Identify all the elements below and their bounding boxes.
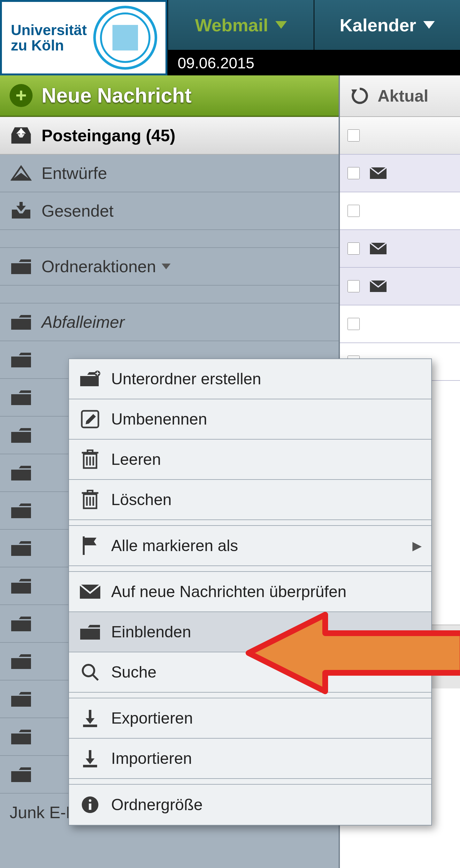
new-folder-icon <box>79 369 101 389</box>
org-seal-icon <box>93 6 157 70</box>
folder-icon <box>9 576 33 595</box>
folder-inbox[interactable]: Posteingang (45) <box>0 117 339 155</box>
svg-rect-43 <box>89 803 91 810</box>
sent-icon <box>9 201 33 220</box>
svg-rect-19 <box>11 583 31 594</box>
message-row[interactable] <box>340 268 460 305</box>
svg-rect-13 <box>11 356 31 367</box>
svg-marker-44 <box>248 615 460 691</box>
submenu-arrow-icon: ▶ <box>412 539 422 553</box>
folder-actions[interactable]: Ordneraktionen <box>0 248 339 286</box>
org-name-line2: zu Köln <box>11 37 64 54</box>
folder-drafts-label: Entwürfe <box>41 163 107 183</box>
ctx-show-label: Einblenden <box>111 623 191 641</box>
folder-icon <box>9 388 33 407</box>
message-header-row <box>340 117 460 155</box>
svg-marker-3 <box>275 21 287 29</box>
flag-icon <box>79 535 101 556</box>
svg-rect-21 <box>11 658 31 669</box>
dropdown-icon <box>275 21 287 29</box>
ctx-delete[interactable]: Löschen <box>69 480 431 520</box>
ctx-mark-all-label: Alle markieren als <box>111 536 238 555</box>
ctx-create-subfolder[interactable]: Unterordner erstellen <box>69 359 431 399</box>
ctx-import[interactable]: Importieren <box>69 739 431 779</box>
annotation-arrow-icon <box>242 610 460 696</box>
folder-sent[interactable]: Gesendet <box>0 192 339 230</box>
ctx-rename-label: Umbenennen <box>111 410 207 428</box>
new-message-button[interactable]: + Neue Nachricht <box>0 75 339 117</box>
folder-icon <box>9 652 33 671</box>
date-display: 09.06.2015 <box>167 51 460 75</box>
folder-drafts[interactable]: Entwürfe <box>0 155 339 192</box>
message-checkbox[interactable] <box>347 318 360 330</box>
ctx-check-new-label: Auf neue Nachrichten überprüfen <box>111 582 346 601</box>
drafts-icon <box>9 163 33 183</box>
folder-icon <box>9 312 33 332</box>
search-icon <box>79 662 101 682</box>
trash-icon <box>79 489 101 510</box>
folder-icon <box>9 426 33 445</box>
folder-icon <box>9 689 33 709</box>
org-logo: Universität zu Köln <box>0 0 167 75</box>
svg-point-36 <box>83 665 94 676</box>
download-icon <box>79 708 101 728</box>
ctx-export[interactable]: Exportieren <box>69 699 431 739</box>
svg-marker-37 <box>86 718 95 724</box>
refresh-icon[interactable] <box>349 86 370 106</box>
folder-trash[interactable]: Abfalleimer <box>0 304 339 341</box>
folder-icon <box>9 539 33 558</box>
message-row[interactable] <box>340 305 460 343</box>
svg-rect-12 <box>11 319 31 330</box>
folder-icon <box>9 257 33 276</box>
menu-calendar[interactable]: Kalender <box>314 0 460 51</box>
folder-actions-label: Ordneraktionen <box>41 257 156 276</box>
svg-rect-2 <box>113 25 138 51</box>
svg-rect-16 <box>11 470 31 480</box>
date-text: 09.06.2015 <box>178 54 254 72</box>
ctx-folder-size-label: Ordnergröße <box>111 796 203 814</box>
inbox-icon <box>9 126 33 145</box>
message-checkbox[interactable] <box>347 205 360 217</box>
ctx-rename[interactable]: Umbenennen <box>69 399 431 440</box>
message-row[interactable] <box>340 155 460 192</box>
message-row[interactable] <box>340 230 460 268</box>
folder-trash-label: Abfalleimer <box>41 312 125 332</box>
ctx-mark-all[interactable]: Alle markieren als ▶ <box>69 526 431 566</box>
menu-webmail[interactable]: Webmail <box>167 0 314 51</box>
message-checkbox[interactable] <box>347 167 360 179</box>
svg-rect-15 <box>11 432 31 443</box>
message-checkbox[interactable] <box>347 280 360 292</box>
svg-rect-10 <box>11 263 31 274</box>
ctx-divider <box>69 779 431 785</box>
folder-icon <box>9 501 33 520</box>
svg-rect-24 <box>11 771 31 782</box>
refresh-label[interactable]: Aktual <box>377 86 428 105</box>
top-bar-right: Webmail Kalender 09.06.2015 <box>167 0 460 75</box>
ctx-folder-size[interactable]: Ordnergröße <box>69 785 431 825</box>
ctx-empty[interactable]: Leeren <box>69 440 431 480</box>
org-name: Universität zu Köln <box>2 22 87 53</box>
svg-rect-18 <box>11 545 31 556</box>
folder-icon <box>9 727 33 746</box>
ctx-empty-label: Leeren <box>111 450 161 469</box>
message-row[interactable] <box>340 192 460 230</box>
select-all-checkbox[interactable] <box>347 129 360 142</box>
new-message-label: Neue Nachricht <box>41 84 191 107</box>
ctx-export-label: Exportieren <box>111 709 193 727</box>
context-menu: Unterordner erstellen Umbenennen Leeren … <box>68 359 432 826</box>
download-icon <box>79 748 101 769</box>
ctx-search-label: Suche <box>111 663 156 681</box>
menu-calendar-label: Kalender <box>340 15 416 35</box>
svg-rect-9 <box>20 202 23 208</box>
svg-marker-11 <box>162 264 171 269</box>
svg-marker-4 <box>423 21 435 29</box>
ctx-create-subfolder-label: Unterordner erstellen <box>111 370 261 388</box>
ctx-check-new[interactable]: Auf neue Nachrichten überprüfen <box>69 572 431 612</box>
svg-rect-14 <box>11 394 31 405</box>
top-bar: Universität zu Köln Webmail Kalender <box>0 0 460 75</box>
trash-icon <box>79 449 101 470</box>
message-checkbox[interactable] <box>347 243 360 255</box>
folder-icon <box>9 614 33 633</box>
sidebar-divider <box>0 286 339 304</box>
svg-rect-20 <box>11 620 31 631</box>
